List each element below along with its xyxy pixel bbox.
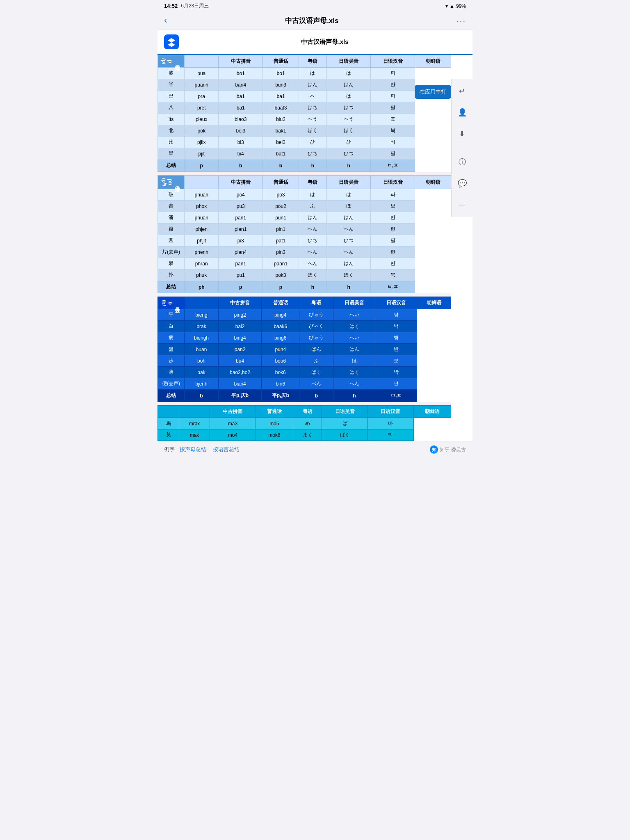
wu: ばん (299, 344, 333, 355)
mand: pu3 (219, 201, 263, 212)
kor: 막 (368, 429, 414, 441)
char: 便(去声) (158, 378, 185, 390)
dropbox-icon (164, 34, 179, 49)
mcpy: phran (185, 258, 219, 269)
wu: は (299, 68, 326, 79)
han: は (326, 68, 371, 79)
mcpy: pua (185, 68, 219, 79)
summary-cant: b (263, 160, 299, 172)
dots-icon[interactable]: ··· (455, 197, 470, 212)
mand: bing4 (219, 332, 262, 344)
wu: びゃう (299, 332, 333, 344)
table-row: 步 boh bu4 bou6 ぶ ほ 보 (158, 355, 451, 367)
han: ほ (326, 201, 371, 212)
status-time: 14:52 (164, 3, 178, 9)
table-row: 畢 pjit bi4 bat1 ひち ひつ 필 (158, 148, 451, 160)
pmu-col-han: 日语汉音 (371, 55, 415, 68)
wifi-icon: ▾ (445, 3, 448, 9)
char: 潘 (158, 212, 185, 224)
sort-by-language-button[interactable]: 按语言总结 (211, 446, 241, 453)
wu: ぶ (299, 355, 333, 367)
han: へん (333, 378, 375, 390)
phmu-col-wu: 日语吴音 (326, 176, 371, 189)
han: ほ (333, 355, 375, 367)
han: へん (326, 224, 371, 235)
summary-cant: p (263, 281, 299, 293)
summary-mcpy: ph (185, 281, 219, 293)
mcpy: pjit (185, 148, 219, 160)
han: へう (326, 114, 371, 125)
table-row: 篇 phjen pian1 pin1 へん へん 편 (158, 224, 451, 235)
pmu-col-cant: 粤语 (299, 55, 326, 68)
wu: ほく (299, 269, 326, 281)
mand: ba1 (219, 102, 263, 114)
cant: ma5 (256, 418, 293, 429)
right-panel: ↵ 👤 ⬇ ⓘ 💬 ··· (451, 79, 472, 217)
kor: 반 (371, 79, 415, 91)
cant: paan1 (263, 258, 299, 269)
more-button[interactable]: ··· (457, 16, 466, 25)
table-container[interactable]: 幫母 p /p/ 中古拼音 普通话 粤语 日语吴音 日语汉音 朝鲜语 波 p (158, 55, 451, 441)
phmu-col-mand: 普通话 (263, 176, 299, 189)
zhihu-icon: 知 (430, 445, 438, 454)
pmu-table: 幫母 p /p/ 中古拼音 普通话 粤语 日语吴音 日语汉音 朝鲜语 波 p (158, 55, 451, 172)
comment-icon[interactable]: 💬 (455, 176, 470, 191)
mcpy: brak (185, 321, 219, 332)
han: ば (322, 418, 368, 429)
download-icon[interactable]: ⬇ (455, 126, 470, 141)
kor: 비 (371, 137, 415, 148)
phmu-col-kor: 朝鲜语 (415, 176, 451, 189)
table-row: 片(去声) phenh pian4 pin3 へん へん 편 (158, 247, 451, 258)
file-header: 中古汉语声母.xls (158, 30, 472, 55)
enter-icon[interactable]: ↵ (455, 84, 470, 98)
bmu-summary-row: 总结 b 平p,仄b 平p,仄b b h ㅂ,ㅍ (158, 390, 451, 402)
pmu-col-mand: 普通话 (263, 55, 299, 68)
han: は (326, 91, 371, 102)
bmu-col-mand: 普通话 (262, 297, 299, 309)
char: 八 (158, 102, 185, 114)
watermark-area: 知 知乎 @昆古 (430, 445, 466, 454)
char: 匹 (158, 235, 185, 247)
han: ひつ (326, 235, 371, 247)
wu: はち (299, 102, 326, 114)
summary-label: 总结 (158, 160, 185, 172)
wu: ばく (299, 367, 333, 378)
bmu-table: 並母 b /b/ 中古拼音 普通话 粤语 日语吴音 日语汉音 朝鲜语 平 b (158, 297, 451, 402)
mand: ban4 (219, 79, 263, 91)
nav-bar: ‹ 中古汉语声母.xls ··· (158, 12, 472, 30)
spacer-2 (158, 293, 451, 297)
pmu-col-mcpy: 中古拼音 (219, 55, 263, 68)
han: ほく (326, 269, 371, 281)
status-bar: 14:52 6月23日周三 ▾ ▲ 99% (158, 0, 472, 12)
phmu-summary-row: 总结 ph p p h h ㅂ,ㅍ (158, 281, 451, 293)
mand: ping2 (219, 309, 262, 321)
wu: は (299, 189, 326, 201)
char: 比 (158, 137, 185, 148)
sort-by-initial-button[interactable]: 按声母总结 (178, 446, 208, 453)
pmu-header-row: 幫母 p /p/ 中古拼音 普通话 粤语 日语吴音 日语汉音 朝鲜语 (158, 55, 451, 68)
wu: ふ (299, 201, 326, 212)
mand: mo4 (210, 429, 256, 441)
person-icon[interactable]: 👤 (455, 105, 470, 120)
status-date: 6月23日周三 (181, 2, 209, 9)
summary-mand: b (219, 160, 263, 172)
bottom-left: 例字 按声母总结 按语言总结 (164, 446, 241, 453)
info-icon[interactable]: ⓘ (455, 155, 470, 169)
char: Its (158, 114, 185, 125)
back-button[interactable]: ‹ (164, 15, 167, 26)
mand: bian4 (219, 378, 262, 390)
wu: びゃう (299, 309, 333, 321)
table-row: 便(去声) bjenh bian4 bin6 べん へん 편 (158, 378, 451, 390)
mcpy: bak (185, 367, 219, 378)
pmu-group-label: 幫母 p /p/ (161, 58, 181, 64)
bmu-group-col: 並母 b /b/ (158, 297, 185, 309)
mand: bei3 (219, 125, 263, 137)
open-in-app-button[interactable]: 在应用中打 (415, 85, 451, 99)
file-title: 中古汉语声母.xls (184, 38, 466, 46)
bmu-col-han: 日语汉音 (375, 297, 417, 309)
table-row: 攀 phran pan1 paan1 へん はん 반 (158, 258, 451, 269)
mand: pian4 (219, 247, 263, 258)
kor: 필 (371, 148, 415, 160)
spacer-3 (158, 402, 451, 405)
mcpy: mrax (179, 418, 210, 429)
